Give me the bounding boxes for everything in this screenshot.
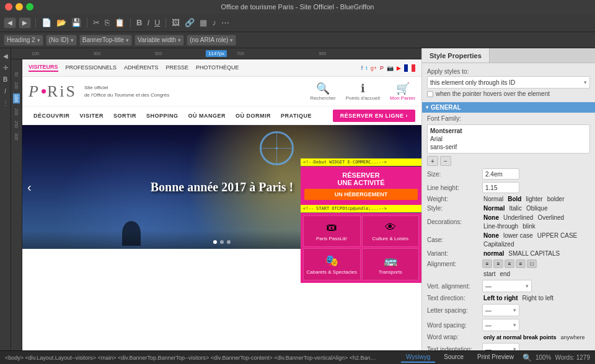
nav-ou-dormir[interactable]: OÙ DORMIR	[231, 113, 276, 119]
line-height-input[interactable]	[482, 182, 519, 193]
style-oblique[interactable]: Oblique	[525, 205, 549, 212]
dir-ltr[interactable]: Left to right	[482, 295, 519, 301]
font-montserrat[interactable]: Montserrat	[430, 127, 587, 135]
font-sans-serif[interactable]: sans-serif	[430, 143, 587, 151]
id-select[interactable]: (No ID)	[46, 35, 77, 46]
align-center-icon[interactable]: ≡	[493, 259, 503, 268]
open-icon[interactable]: 📂	[55, 18, 68, 27]
deco-underline[interactable]: Underlined	[502, 214, 534, 221]
minimize-button[interactable]	[15, 3, 23, 11]
tab-style-properties[interactable]: Style Properties	[422, 48, 490, 63]
maximize-button[interactable]	[26, 3, 33, 11]
align-none-icon[interactable]: □	[527, 259, 537, 268]
table-icon[interactable]: ▦	[198, 18, 208, 27]
instagram-icon[interactable]: 📷	[387, 65, 394, 71]
word-spacing-select[interactable]: —	[482, 319, 519, 331]
nav-pratique[interactable]: PRATIQUE	[276, 113, 317, 119]
nav-ou-manger[interactable]: OÙ MANGER	[183, 113, 231, 119]
copy-icon[interactable]: ⎘	[104, 18, 111, 27]
pinterest-icon[interactable]: P	[380, 65, 384, 71]
weight-bold[interactable]: Bold	[506, 196, 522, 202]
save-icon[interactable]: 💾	[70, 18, 82, 27]
paste-icon[interactable]: 📋	[113, 18, 126, 27]
weight-bolder[interactable]: bolder	[546, 196, 566, 202]
sidebar-b-icon[interactable]: B	[1, 74, 11, 84]
nav-presse[interactable]: PRESSE	[166, 64, 189, 71]
banner-dot-2[interactable]	[220, 240, 224, 244]
align-end[interactable]: end	[498, 271, 511, 277]
size-input[interactable]	[482, 168, 519, 180]
sidebar-more-icon[interactable]: ⋮	[1, 98, 11, 108]
image-icon[interactable]: 🖼	[170, 18, 181, 27]
variant-small-caps[interactable]: SMALL CAPITALS	[507, 250, 561, 257]
apply-select[interactable]: this element only through its ID	[427, 76, 590, 89]
case-cap[interactable]: Capitalized	[482, 241, 515, 248]
align-start[interactable]: start	[482, 271, 496, 277]
deco-overline[interactable]: Overlined	[536, 214, 565, 221]
variant-normal[interactable]: normal	[482, 250, 505, 257]
deco-blink[interactable]: blink	[521, 223, 537, 230]
nav-decouvrir[interactable]: DÉCOUVRIR	[29, 113, 75, 119]
widget-passlib[interactable]: 🎟 Paris PassLib'	[303, 215, 361, 247]
width-select[interactable]: Variable width	[134, 35, 184, 46]
close-button[interactable]	[5, 3, 12, 11]
font-arial[interactable]: Arial	[430, 135, 587, 143]
sidebar-arrow-icon[interactable]: ◀	[1, 51, 11, 61]
style-italic[interactable]: Italic	[508, 205, 523, 212]
banner-prev[interactable]: ‹	[27, 180, 32, 194]
sidebar-insert-icon[interactable]: ✛	[1, 63, 11, 72]
cart-action[interactable]: 🛒 Mon Panier	[390, 82, 415, 101]
nav-shopping[interactable]: SHOPPING	[141, 113, 183, 119]
text-indent-select[interactable]: —	[482, 343, 519, 350]
hebergement-btn[interactable]: UN HÉBERGEMENT	[304, 189, 418, 200]
nav-sortir[interactable]: SORTIR	[108, 113, 141, 119]
link-icon[interactable]: 🔗	[183, 18, 196, 27]
nav-professionnels[interactable]: PROFESSIONNELS	[66, 64, 117, 71]
align-justify-icon[interactable]: ≡	[516, 259, 526, 268]
deco-none[interactable]: None	[482, 214, 500, 221]
heading-select[interactable]: Heading 2	[4, 35, 43, 46]
weight-lighter[interactable]: lighter	[524, 196, 544, 202]
case-none[interactable]: None	[482, 232, 500, 239]
gplus-icon[interactable]: g+	[371, 65, 377, 71]
reserve-btn[interactable]: RÉSERVER EN LIGNE	[333, 110, 415, 122]
underline-icon[interactable]: U	[153, 18, 161, 27]
nav-visiteurs[interactable]: VISITEURS	[29, 64, 58, 72]
case-upper[interactable]: UPPER CASE	[536, 232, 578, 239]
dir-rtl[interactable]: Right to left	[521, 295, 555, 301]
info-action[interactable]: ℹ Points d'accueil	[346, 82, 380, 101]
widget-transports[interactable]: 🚌 Transports	[362, 248, 420, 280]
italic-icon[interactable]: I	[146, 18, 151, 27]
search-action[interactable]: 🔍 Rechercher	[310, 82, 335, 101]
nav-adherents[interactable]: ADHÉRENTS	[124, 64, 159, 71]
tab-source[interactable]: Source	[439, 352, 469, 363]
hover-checkbox[interactable]	[427, 91, 433, 97]
banner-dot-1[interactable]	[213, 240, 217, 244]
youtube-icon[interactable]: ▶	[397, 65, 401, 71]
zoom-icon[interactable]: 🔍	[522, 353, 532, 362]
style-normal[interactable]: Normal	[482, 205, 506, 212]
twitter-icon[interactable]: t	[366, 65, 368, 71]
forward-btn[interactable]: ▶	[19, 17, 31, 28]
banner-select[interactable]: BannerTop-title	[79, 35, 132, 46]
tab-print[interactable]: Print Preview	[472, 352, 519, 363]
vert-align-select[interactable]: —	[482, 280, 532, 292]
widget-culture[interactable]: 👁 Culture & Loisirs	[362, 215, 420, 247]
weight-normal[interactable]: Normal	[482, 196, 505, 202]
deco-linethrough[interactable]: Line-through	[482, 223, 519, 230]
bold-icon[interactable]: B	[135, 18, 143, 27]
language-flag[interactable]	[404, 64, 415, 72]
banner-dot-3[interactable]	[227, 240, 231, 244]
music-icon[interactable]: ♪	[211, 18, 218, 27]
facebook-icon[interactable]: f	[361, 65, 363, 71]
aria-select[interactable]: (no ARIA role)	[187, 35, 236, 46]
general-section-header[interactable]: ▾ GENERAL	[422, 102, 595, 113]
nav-visiter[interactable]: VISITER	[75, 113, 109, 119]
tab-wysiwyg[interactable]: Wysiwyg	[401, 352, 435, 363]
new-icon[interactable]: 📄	[40, 18, 53, 27]
more-icon[interactable]: ⋯	[220, 18, 231, 27]
cut-icon[interactable]: ✂	[92, 18, 101, 27]
nav-phototheque[interactable]: PHOTOTHÈQUE	[196, 64, 239, 71]
add-font-btn[interactable]: +	[427, 156, 438, 166]
align-right-icon[interactable]: ≡	[505, 259, 514, 268]
